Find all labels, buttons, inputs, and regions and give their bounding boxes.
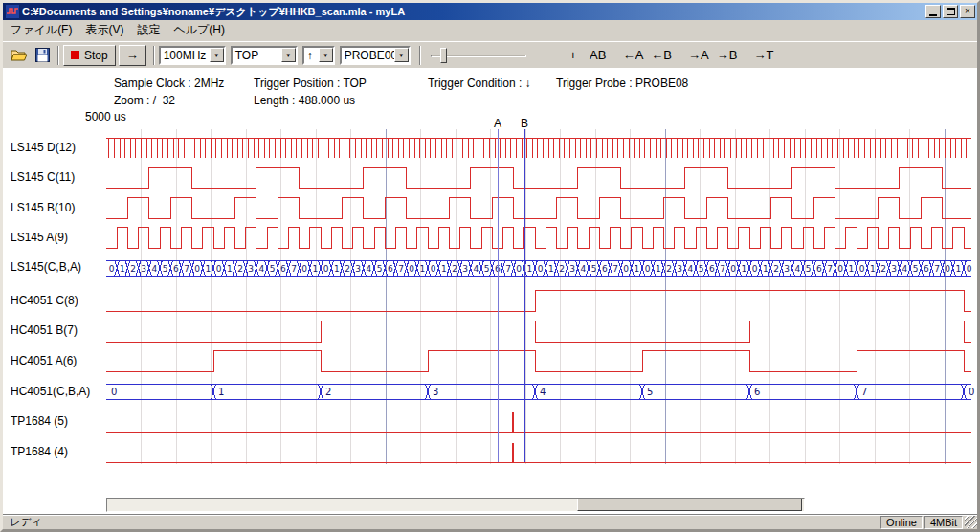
menu-item-help[interactable]: ヘルプ(H) bbox=[167, 20, 232, 41]
sample-rate-select[interactable]: 100MHz ▼ bbox=[159, 46, 226, 65]
svg-text:3: 3 bbox=[462, 264, 468, 274]
svg-text:2: 2 bbox=[345, 264, 350, 274]
maximize-icon bbox=[947, 8, 955, 15]
svg-text:7: 7 bbox=[827, 264, 833, 274]
goto-cursor-b-button[interactable]: ←B bbox=[647, 45, 676, 66]
set-cursor-b-button[interactable]: →B bbox=[713, 45, 742, 66]
channel-label: HC4051 A(6) bbox=[11, 354, 77, 367]
svg-text:1: 1 bbox=[956, 264, 962, 274]
chevron-down-icon[interactable]: ▼ bbox=[281, 48, 296, 62]
trigger-probe-info: Trigger Probe : PROBE08 bbox=[556, 77, 688, 90]
zoom-out-button[interactable]: − bbox=[536, 45, 561, 66]
svg-text:0: 0 bbox=[323, 264, 329, 274]
maximize-button[interactable] bbox=[943, 5, 958, 18]
svg-text:7: 7 bbox=[934, 264, 940, 274]
svg-text:6: 6 bbox=[280, 264, 286, 274]
svg-text:1: 1 bbox=[441, 264, 447, 274]
svg-text:2: 2 bbox=[130, 264, 136, 274]
trigger-position-select[interactable]: TOP ▼ bbox=[231, 46, 298, 65]
run-button[interactable]: → bbox=[119, 45, 146, 66]
stop-button[interactable]: Stop bbox=[63, 45, 116, 66]
status-panels: Online 4MBit bbox=[879, 516, 977, 529]
svg-text:1: 1 bbox=[206, 264, 212, 274]
svg-text:1: 1 bbox=[218, 387, 224, 397]
menu-item-file[interactable]: ファイル(F) bbox=[4, 20, 78, 41]
svg-text:7: 7 bbox=[720, 264, 725, 274]
svg-text:7: 7 bbox=[861, 387, 867, 397]
folder-open-icon bbox=[11, 48, 28, 62]
svg-text:1: 1 bbox=[527, 264, 533, 274]
svg-text:0: 0 bbox=[859, 264, 865, 274]
channel-label: LS145 B(10) bbox=[11, 201, 75, 214]
probe-select[interactable]: PROBE00 ▼ bbox=[340, 46, 411, 65]
svg-text:4: 4 bbox=[259, 264, 265, 274]
ab-button[interactable]: AB bbox=[586, 45, 611, 66]
main-area: Sample Clock : 2MHz Trigger Position : T… bbox=[3, 68, 977, 514]
channel-label: HC4051(C,B,A) bbox=[11, 385, 90, 398]
svg-text:5: 5 bbox=[699, 264, 704, 274]
svg-text:5: 5 bbox=[270, 264, 276, 274]
app-icon bbox=[6, 5, 19, 18]
minimize-icon bbox=[929, 14, 937, 16]
probe-value: PROBE00 bbox=[342, 49, 394, 62]
channel-label: LS145(C,B,A) bbox=[11, 260, 81, 274]
svg-text:0: 0 bbox=[111, 387, 117, 397]
trigger-condition-info: Trigger Condition : ↓ bbox=[428, 77, 531, 90]
open-button[interactable] bbox=[8, 45, 31, 66]
svg-text:4: 4 bbox=[795, 264, 801, 274]
svg-text:0: 0 bbox=[730, 264, 736, 274]
resize-grip[interactable] bbox=[965, 516, 977, 528]
floppy-icon bbox=[35, 48, 50, 62]
svg-text:5: 5 bbox=[591, 264, 597, 274]
zoom-in-button[interactable]: + bbox=[561, 45, 586, 66]
chevron-down-icon[interactable]: ▼ bbox=[394, 48, 409, 62]
menu-item-view[interactable]: 表示(V) bbox=[78, 20, 130, 41]
channel-label: TP1684 (4) bbox=[11, 445, 68, 458]
svg-text:6: 6 bbox=[816, 264, 822, 274]
title-bar[interactable]: C:¥Documents and Settings¥noname¥デスクトップ¥… bbox=[3, 3, 977, 20]
online-indicator: Online bbox=[880, 516, 923, 529]
sample-clock-info: Sample Clock : 2MHz bbox=[114, 77, 224, 90]
trigger-edge-select[interactable]: ↑ ▼ bbox=[302, 46, 335, 65]
svg-text:5: 5 bbox=[484, 264, 490, 274]
svg-text:0: 0 bbox=[216, 264, 222, 274]
svg-text:1: 1 bbox=[548, 264, 554, 274]
svg-text:3: 3 bbox=[677, 264, 682, 274]
svg-text:4: 4 bbox=[581, 264, 587, 274]
svg-text:4: 4 bbox=[367, 264, 372, 274]
save-button[interactable] bbox=[31, 45, 54, 66]
svg-text:6: 6 bbox=[602, 264, 608, 274]
toolbar: Stop → 100MHz ▼ TOP ▼ ↑ ▼ PROBE00 ▼ − + … bbox=[3, 41, 977, 68]
sample-rate-value: 100MHz bbox=[161, 49, 210, 62]
goto-cursor-a-button[interactable]: ←A bbox=[619, 45, 648, 66]
svg-text:0: 0 bbox=[623, 264, 629, 274]
svg-text:3: 3 bbox=[141, 264, 146, 274]
close-button[interactable]: × bbox=[960, 5, 975, 18]
scrollbar-thumb[interactable] bbox=[577, 499, 802, 511]
trigger-position-info: Trigger Position : TOP bbox=[254, 77, 367, 90]
chevron-down-icon[interactable]: ▼ bbox=[210, 48, 224, 62]
waveform-plot[interactable]: 0123456701012345670101234567010123456701… bbox=[106, 127, 975, 468]
svg-text:1: 1 bbox=[313, 264, 319, 274]
menu-item-settings[interactable]: 設定 bbox=[130, 20, 167, 41]
horizontal-scrollbar[interactable] bbox=[106, 498, 805, 512]
goto-trigger-button[interactable]: →T bbox=[749, 45, 777, 66]
chevron-down-icon[interactable]: ▼ bbox=[319, 48, 333, 62]
svg-text:1: 1 bbox=[849, 264, 855, 274]
svg-text:2: 2 bbox=[559, 264, 565, 274]
svg-text:1: 1 bbox=[742, 264, 747, 274]
svg-text:2: 2 bbox=[452, 264, 457, 274]
svg-text:0: 0 bbox=[945, 264, 950, 274]
svg-text:7: 7 bbox=[291, 264, 297, 274]
svg-text:1: 1 bbox=[635, 264, 640, 274]
svg-text:1: 1 bbox=[656, 264, 661, 274]
svg-text:0: 0 bbox=[538, 264, 544, 274]
zoom-slider[interactable] bbox=[429, 45, 528, 66]
set-cursor-a-button[interactable]: →A bbox=[684, 45, 713, 66]
svg-text:2: 2 bbox=[325, 387, 331, 397]
slider-thumb[interactable] bbox=[440, 48, 447, 63]
svg-text:7: 7 bbox=[398, 264, 404, 274]
channel-label: HC4051 B(7) bbox=[11, 323, 78, 337]
minimize-button[interactable] bbox=[925, 5, 941, 18]
svg-text:7: 7 bbox=[184, 264, 189, 274]
